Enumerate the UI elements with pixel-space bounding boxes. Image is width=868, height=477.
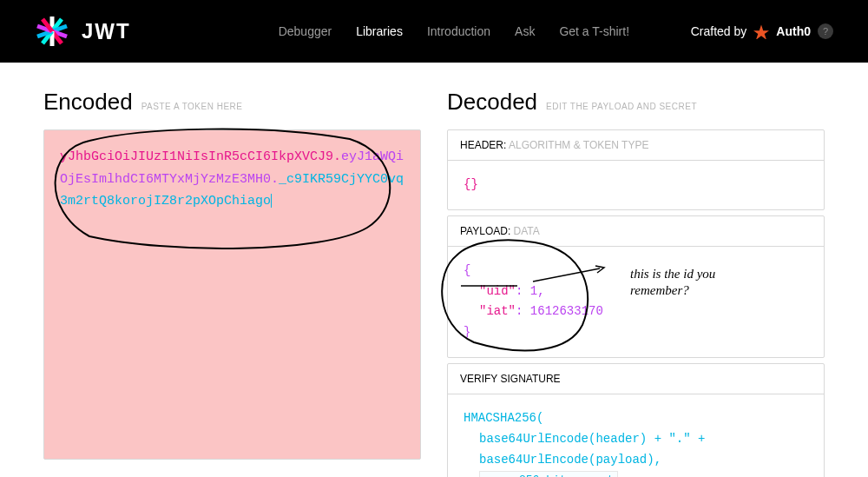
ink-circle-encoded	[37, 123, 411, 258]
nav-debugger[interactable]: Debugger	[279, 24, 332, 38]
payload-uid-val: 1	[530, 284, 537, 298]
payload-iat-key: "iat"	[479, 304, 516, 318]
help-icon[interactable]: ?	[818, 23, 833, 39]
nav-introduction[interactable]: Introduction	[427, 24, 490, 38]
handwritten-annotation: this is the id you remember?	[630, 266, 715, 299]
encoded-column: Encoded PASTE A TOKEN HERE yJhbGciOiJIUz…	[43, 89, 421, 477]
text-cursor	[271, 194, 272, 208]
payload-iat-val: 1612633170	[530, 304, 603, 318]
decoded-column: Decoded EDIT THE PAYLOAD AND SECRET HEAD…	[447, 89, 825, 477]
payload-panel: PAYLOAD: DATA { "uid": 1, "iat": 1612633…	[447, 215, 825, 358]
payload-close: }	[464, 322, 808, 343]
verify-line3: base64UrlEncode(payload),	[464, 450, 808, 471]
payload-uid-key: "uid"	[479, 284, 516, 298]
header-panel: HEADER: ALGORITHM & TOKEN TYPE {}	[447, 129, 825, 210]
main-content: Encoded PASTE A TOKEN HERE yJhbGciOiJIUz…	[0, 63, 868, 477]
main-nav: Debugger Libraries Introduction Ask Get …	[279, 24, 629, 38]
token-header-seg: yJhbGciOiJIUzI1NiIsInR5cCI6IkpXVCJ9	[60, 149, 333, 164]
encoded-subtitle: PASTE A TOKEN HERE	[141, 102, 243, 111]
encoded-token-input[interactable]: yJhbGciOiJIUzI1NiIsInR5cCI6IkpXVCJ9.eyJ1…	[43, 129, 421, 460]
logo-star-icon	[35, 14, 69, 49]
header-json: {}	[464, 177, 478, 191]
header-panel-sub: ALGORITHM & TOKEN TYPE	[509, 139, 648, 151]
payload-panel-sub: DATA	[514, 225, 540, 237]
decoded-title: Decoded EDIT THE PAYLOAD AND SECRET	[447, 89, 825, 116]
encoded-title-text: Encoded	[43, 89, 133, 116]
verify-panel: VERIFY SIGNATURE HMACSHA256( base64UrlEn…	[447, 363, 825, 477]
nav-ask[interactable]: Ask	[515, 24, 535, 38]
decoded-subtitle: EDIT THE PAYLOAD AND SECRET	[546, 102, 697, 111]
verify-line1: HMACSHA256(	[464, 408, 808, 429]
verify-panel-head: VERIFY SIGNATURE	[448, 364, 824, 394]
header-panel-label: HEADER:	[460, 139, 506, 151]
annotation-line2: remember?	[630, 282, 715, 299]
annotation-line1: this is the id you	[630, 266, 715, 282]
crafted-label: Crafted by	[691, 24, 747, 38]
auth0-brand[interactable]: Auth0	[776, 24, 811, 38]
logo-text: JWT	[82, 19, 131, 43]
secret-input[interactable]	[479, 471, 618, 477]
crafted-by: Crafted by Auth0 ?	[691, 23, 833, 39]
nav-tshirt[interactable]: Get a T-shirt!	[559, 24, 629, 38]
verify-line2: base64UrlEncode(header) + "." +	[464, 429, 808, 450]
logo[interactable]: JWT	[35, 14, 131, 49]
header-panel-body[interactable]: {}	[448, 161, 824, 209]
encoded-title: Encoded PASTE A TOKEN HERE	[43, 89, 421, 116]
payload-panel-body[interactable]: { "uid": 1, "iat": 1612633170 } this is …	[448, 247, 824, 357]
decoded-title-text: Decoded	[447, 89, 537, 116]
verify-panel-label: VERIFY SIGNATURE	[460, 373, 561, 385]
payload-panel-head: PAYLOAD: DATA	[448, 216, 824, 247]
header-panel-head: HEADER: ALGORITHM & TOKEN TYPE	[448, 130, 824, 161]
auth0-logo-icon[interactable]	[753, 23, 769, 39]
nav-libraries[interactable]: Libraries	[356, 24, 403, 38]
top-bar: JWT Debugger Libraries Introduction Ask …	[0, 0, 868, 63]
verify-panel-body: HMACSHA256( base64UrlEncode(header) + ".…	[448, 394, 824, 477]
payload-panel-label: PAYLOAD:	[460, 225, 510, 237]
